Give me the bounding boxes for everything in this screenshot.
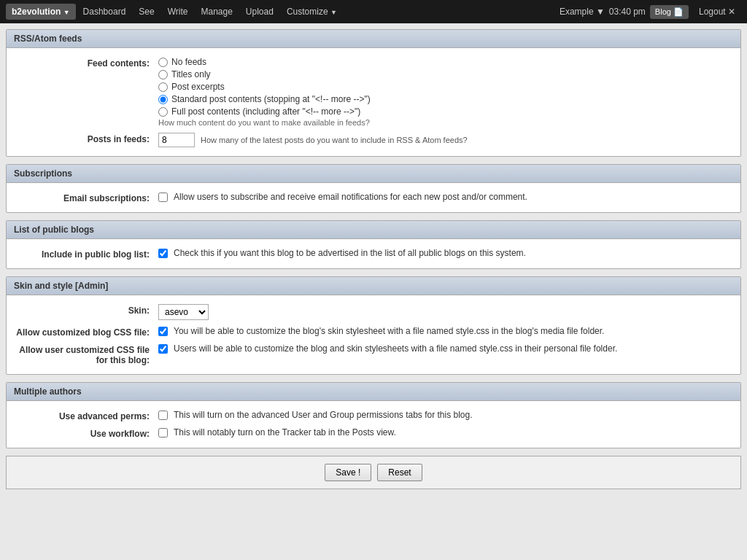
allow-user-css-inline: Users will be able to customize the blog…	[158, 343, 735, 354]
posts-in-feeds-row: Posts in feeds: How many of the latest p…	[7, 130, 740, 150]
allow-css-label: Allow customized blog CSS file:	[12, 326, 158, 338]
public-blog-list-checkbox[interactable]	[158, 249, 168, 258]
email-subscriptions-label: Email subscriptions:	[12, 192, 158, 203]
skin-row: Skin: asevo custom default	[7, 301, 740, 323]
email-subscriptions-row: Email subscriptions: Allow users to subs…	[7, 189, 740, 206]
allow-css-inline: You will be able to customize the blog's…	[158, 326, 735, 336]
main-content: RSS/Atom feeds Feed contents: No feeds T…	[0, 23, 747, 560]
public-blog-list-label: Include in public blog list:	[12, 248, 158, 260]
customize-dropdown-arrow: ▼	[330, 9, 337, 16]
feed-option-titles[interactable]: Titles only	[158, 69, 735, 79]
feed-option-excerpts[interactable]: Post excerpts	[158, 82, 735, 92]
email-subscriptions-content: Allow users to subscribe and receive ema…	[158, 192, 735, 202]
use-workflow-inline: This will notably turn on the Tracker ta…	[158, 427, 735, 438]
subscriptions-section: Subscriptions Email subscriptions: Allow…	[6, 164, 741, 213]
topbar-left: b2evolution ▼ Dashboard See Write Manage…	[6, 4, 343, 20]
nav-write[interactable]: Write	[162, 4, 194, 20]
nav-manage[interactable]: Manage	[195, 4, 238, 20]
nav-upload[interactable]: Upload	[240, 4, 279, 20]
public-blog-list-row: Include in public blog list: Check this …	[7, 245, 740, 262]
topbar-right: Example ▼ 03:40 pm Blog 📄 Logout ✕	[560, 4, 741, 20]
skin-label: Skin:	[12, 304, 158, 316]
posts-in-feeds-content: How many of the latest posts do you want…	[158, 133, 735, 147]
blog-button[interactable]: Blog 📄	[650, 5, 689, 19]
feed-radio-excerpts[interactable]	[158, 82, 168, 92]
posts-in-feeds-input[interactable]	[158, 133, 195, 147]
feed-option-standard[interactable]: Standard post contents (stopping at "<!-…	[158, 94, 735, 104]
feed-option-no-feeds[interactable]: No feeds	[158, 57, 735, 67]
skin-section-header: Skin and style [Admin]	[7, 277, 740, 295]
feed-radio-titles[interactable]	[158, 70, 168, 79]
skin-content: asevo custom default	[158, 304, 735, 320]
email-subscriptions-checkbox[interactable]	[158, 192, 168, 202]
feed-contents-row: Feed contents: No feeds Titles only	[7, 54, 740, 130]
feed-hint: How much content do you want to make ava…	[158, 118, 735, 127]
rss-section-header: RSS/Atom feeds	[7, 30, 740, 48]
subscriptions-body: Email subscriptions: Allow users to subs…	[7, 183, 740, 212]
advanced-perms-checkbox[interactable]	[158, 411, 168, 420]
feed-radio-standard[interactable]	[158, 95, 168, 104]
posts-in-feeds-label: Posts in feeds:	[12, 133, 158, 144]
feed-radio-no-feeds[interactable]	[158, 58, 168, 67]
reset-button[interactable]: Reset	[377, 464, 422, 481]
skin-select[interactable]: asevo custom default	[158, 304, 209, 320]
advanced-perms-inline: This will turn on the advanced User and …	[158, 410, 735, 420]
feed-radio-group: No feeds Titles only Post excerpts	[158, 57, 735, 117]
save-button[interactable]: Save !	[325, 464, 371, 481]
feed-radio-full[interactable]	[158, 107, 168, 117]
logout-button[interactable]: Logout ✕	[693, 4, 741, 20]
public-blog-list-inline: Check this if you want this blog to be a…	[158, 248, 735, 258]
feed-contents-label: Feed contents:	[12, 57, 158, 69]
multiple-authors-section: Multiple authors Use advanced perms: Thi…	[6, 382, 741, 448]
posts-in-feeds-hint: How many of the latest posts do you want…	[201, 136, 468, 144]
current-time: 03:40 pm	[609, 7, 646, 17]
subscriptions-header: Subscriptions	[7, 165, 740, 183]
allow-user-css-checkbox[interactable]	[158, 344, 168, 354]
topbar: b2evolution ▼ Dashboard See Write Manage…	[0, 0, 747, 23]
allow-user-css-label: Allow user customized CSS file for this …	[12, 343, 158, 365]
multiple-authors-body: Use advanced perms: This will turn on th…	[7, 401, 740, 448]
use-workflow-checkbox[interactable]	[158, 428, 168, 438]
skin-section: Skin and style [Admin] Skin: asevo custo…	[6, 276, 741, 375]
nav-customize[interactable]: Customize ▼	[281, 4, 343, 20]
advanced-perms-content: This will turn on the advanced User and …	[158, 410, 735, 420]
nav-dashboard[interactable]: Dashboard	[77, 4, 132, 20]
brand-dropdown-arrow: ▼	[63, 9, 70, 16]
feed-option-full[interactable]: Full post contents (including after "<!-…	[158, 106, 735, 117]
rss-section-body: Feed contents: No feeds Titles only	[7, 48, 740, 156]
public-blogs-header: List of public blogs	[7, 221, 740, 239]
allow-user-css-content: Users will be able to customize the blog…	[158, 343, 735, 354]
button-bar: Save ! Reset	[6, 456, 741, 489]
multiple-authors-header: Multiple authors	[7, 383, 740, 401]
use-workflow-row: Use workflow: This will notably turn on …	[7, 424, 740, 442]
allow-css-row: Allow customized blog CSS file: You will…	[7, 323, 740, 341]
advanced-perms-label: Use advanced perms:	[12, 410, 158, 421]
advanced-perms-row: Use advanced perms: This will turn on th…	[7, 407, 740, 424]
nav-see[interactable]: See	[133, 4, 160, 20]
allow-css-content: You will be able to customize the blog's…	[158, 326, 735, 336]
rss-section: RSS/Atom feeds Feed contents: No feeds T…	[6, 29, 741, 157]
public-blogs-body: Include in public blog list: Check this …	[7, 239, 740, 268]
public-blogs-section: List of public blogs Include in public b…	[6, 220, 741, 269]
use-workflow-content: This will notably turn on the Tracker ta…	[158, 427, 735, 438]
posts-in-feeds-inline: How many of the latest posts do you want…	[158, 133, 735, 147]
blog-selector[interactable]: Example ▼	[560, 7, 605, 17]
brand-button[interactable]: b2evolution ▼	[6, 4, 76, 20]
allow-user-css-row: Allow user customized CSS file for this …	[7, 341, 740, 368]
email-subscriptions-inline: Allow users to subscribe and receive ema…	[158, 192, 735, 202]
public-blog-list-content: Check this if you want this blog to be a…	[158, 248, 735, 258]
skin-section-body: Skin: asevo custom default Allow customi…	[7, 295, 740, 374]
allow-css-checkbox[interactable]	[158, 327, 168, 336]
feed-contents-options: No feeds Titles only Post excerpts	[158, 57, 735, 127]
use-workflow-label: Use workflow:	[12, 427, 158, 439]
